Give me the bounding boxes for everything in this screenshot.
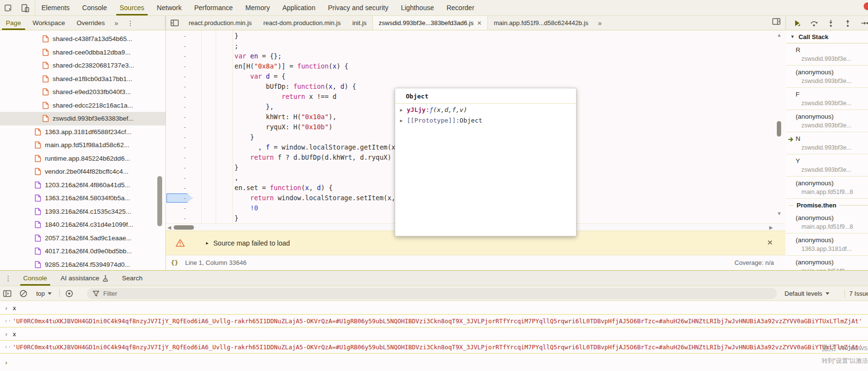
gutter-line-marker[interactable]: -	[178, 213, 192, 223]
file-tree-scrollbar[interactable]	[157, 176, 162, 226]
gutter-line-marker[interactable]: -	[178, 183, 192, 193]
console-message-text[interactable]: 'UF0RC0mx4tuXKJBVOH4GD1ni0C4k94qf8nzyJV7…	[13, 344, 862, 351]
scroll-right-icon[interactable]: ▶	[769, 224, 773, 231]
drawer-tab-console[interactable]: Console	[16, 271, 54, 286]
gutter-line-marker[interactable]: -	[178, 71, 192, 82]
pretty-print-icon[interactable]: {}	[171, 259, 179, 266]
file-tree-item[interactable]: 1363.app.3181df6588f234cf...	[0, 125, 165, 139]
step-into-icon[interactable]	[827, 19, 835, 27]
clear-console-icon[interactable]	[19, 289, 28, 298]
main-tab-application[interactable]: Application	[276, 0, 322, 15]
main-tab-network[interactable]: Network	[151, 0, 188, 15]
device-toolbar-icon[interactable]	[20, 3, 30, 13]
toggle-sidebar-icon[interactable]	[772, 18, 781, 25]
drawer-tab-ai-assistance[interactable]: AI assistance	[54, 271, 115, 286]
console-message-text[interactable]: x	[13, 304, 16, 312]
step-over-icon[interactable]	[810, 19, 818, 27]
file-tree-item[interactable]: main.app.fd51f98a1d58c62...	[0, 138, 165, 152]
editor-vertical-scrollbar[interactable]: ▲ ▼	[775, 30, 785, 223]
scroll-up-icon[interactable]: ▲	[777, 31, 782, 39]
gutter-line-marker[interactable]: -	[178, 132, 192, 142]
gutter-line-marker[interactable]: -	[178, 41, 192, 51]
gutter-line-marker[interactable]: -	[178, 31, 192, 41]
frame-file-location[interactable]: 1363.app.3181df...	[801, 246, 868, 252]
console-message-prompt[interactable]: ›	[0, 354, 868, 371]
gutter-line-marker[interactable]: -	[178, 152, 192, 163]
drawer-tab-search[interactable]: Search	[115, 271, 150, 286]
toggle-navigator-icon[interactable]	[165, 19, 183, 27]
gutter-line-marker[interactable]: -	[178, 51, 192, 61]
main-tab-sources[interactable]: Sources	[113, 0, 151, 15]
call-stack-frame[interactable]: (anonymous)main.app.fd51f9...8	[786, 211, 868, 234]
file-tree-item[interactable]: shared-edcc2218c16ac1a...	[0, 99, 165, 112]
issues-counter[interactable]: 7 Issues	[849, 290, 868, 297]
gutter-line-marker[interactable]: -	[178, 102, 192, 112]
editor-tab-init-js[interactable]: init.js	[346, 16, 372, 30]
close-tab-icon[interactable]: ✕	[477, 20, 482, 27]
editor-tab-main-app-fd51f9-d58c624442b-js[interactable]: main.app.fd51f9...d58c624442b.js	[488, 16, 594, 30]
call-stack-header[interactable]: ▼ Call Stack	[786, 30, 868, 43]
drawer-menu-icon[interactable]: ⋮	[0, 271, 16, 286]
file-tree-item[interactable]: shared-c438f7a13d54b65...	[0, 32, 165, 46]
file-tree-item[interactable]: 4017.216a26f4.0d9e0bd5bb...	[0, 245, 165, 258]
file-tree-item[interactable]: 1203.216a26f4.4f860a41d5...	[0, 179, 165, 192]
gutter-line-marker[interactable]: -	[178, 61, 192, 71]
frame-file-location[interactable]: zswsdid.993bf3e...	[801, 55, 868, 62]
expand-icon[interactable]: ▶	[400, 118, 407, 123]
main-tab-elements[interactable]: Elements	[35, 0, 76, 15]
object-property[interactable]: ▶[[Prototype]]: Object	[395, 114, 576, 125]
file-tree-item[interactable]: 1840.216a26f4.c31d4e1099f...	[0, 218, 165, 232]
live-expression-icon[interactable]	[65, 289, 74, 298]
file-tree-item[interactable]: runtime.app.845224b62dd6...	[0, 152, 165, 165]
file-tree-item[interactable]: 1363.216a26f4.58034f0b5a...	[0, 192, 165, 205]
step-out-icon[interactable]	[843, 19, 852, 27]
gutter-line-marker[interactable]: -	[178, 193, 192, 203]
call-stack-frame[interactable]: Rzswsdid.993bf3e...	[786, 43, 868, 66]
console-message-text[interactable]: 'UF0RC0mx4tuXKJBVOH4GD1ni0C4k94qf8nzyJV7…	[13, 317, 862, 325]
call-stack-frame[interactable]: (anonymous)main.app.fd51f9...	[786, 256, 868, 270]
context-selector[interactable]: top	[33, 290, 55, 297]
error-badge[interactable]	[864, 2, 868, 10]
gutter-line-marker[interactable]: -	[178, 122, 192, 132]
gutter-line-marker[interactable]: -	[178, 163, 192, 173]
navigator-tab-workspace[interactable]: Workspace	[27, 16, 71, 30]
frame-file-location[interactable]: main.app.fd51f9...8	[801, 223, 868, 230]
file-tree-item[interactable]: zswsdid.993bf3e63383bef...	[0, 112, 165, 125]
navigator-tab-page[interactable]: Page	[0, 16, 27, 30]
more-navigator-tabs-icon[interactable]: »	[110, 19, 122, 27]
inspect-element-icon[interactable]	[4, 3, 14, 13]
call-stack-frame[interactable]: Nzswsdid.993bf3e...	[786, 132, 868, 154]
frame-file-location[interactable]: zswsdid.993bf3e...	[801, 166, 868, 173]
resume-script-icon[interactable]	[793, 19, 801, 27]
scroll-left-icon[interactable]: ◀	[167, 224, 171, 231]
console-message-text[interactable]: x	[13, 330, 16, 338]
call-stack-frame[interactable]: Yzswsdid.993bf3e...	[786, 154, 868, 177]
expand-icon[interactable]: ▶	[400, 108, 407, 112]
file-tree-item[interactable]: 9285.216a26f4.f5394974d0...	[0, 258, 165, 271]
scrollbar-thumb[interactable]	[174, 225, 194, 230]
call-stack-frame[interactable]: (anonymous)main.app.fd51f9...8	[786, 177, 868, 199]
frame-file-location[interactable]: zswsdid.993bf3e...	[801, 78, 868, 84]
object-property[interactable]: ▶yJLjy: ƒ (x,d,f,v)	[395, 104, 576, 114]
gutter-line-marker[interactable]: -	[178, 92, 192, 102]
editor-tab-react-production-min-js[interactable]: react.production.min.js	[183, 16, 258, 30]
file-tree-item[interactable]: shared-dc23820681737e3...	[0, 59, 165, 72]
more-editor-tabs-icon[interactable]: »	[594, 19, 606, 27]
file-tree-item[interactable]: 2057.216a26f4.5ad9c1eaae...	[0, 232, 165, 245]
gutter-line-marker[interactable]: -	[178, 112, 192, 122]
main-tab-memory[interactable]: Memory	[239, 0, 276, 15]
file-tree-item[interactable]: vendor.2be0f44f82bcffc4c4...	[0, 165, 165, 179]
frame-file-location[interactable]: zswsdid.993bf3e...	[801, 100, 868, 107]
scrollbar-thumb[interactable]	[777, 121, 781, 137]
editor-tab-react-dom-production-min-js[interactable]: react-dom.production.min.js	[258, 16, 346, 30]
file-tree-item[interactable]: shared-e1f8cb0d3a17bb1...	[0, 72, 165, 86]
gutter-line-marker[interactable]: -	[178, 203, 192, 213]
step-icon[interactable]	[860, 19, 868, 27]
log-levels-dropdown[interactable]: Default levels	[785, 290, 829, 297]
expand-warning-icon[interactable]: ▸	[206, 240, 208, 246]
gutter-line-marker[interactable]: -	[178, 142, 192, 152]
file-tree-item[interactable]: shared-e9ed2033fb040f3...	[0, 85, 165, 99]
file-tree-item[interactable]: shared-cee0dbba12dba9...	[0, 46, 165, 59]
gutter-line-marker[interactable]: -	[178, 82, 192, 92]
frame-file-location[interactable]: zswsdid.993bf3e...	[801, 122, 868, 129]
